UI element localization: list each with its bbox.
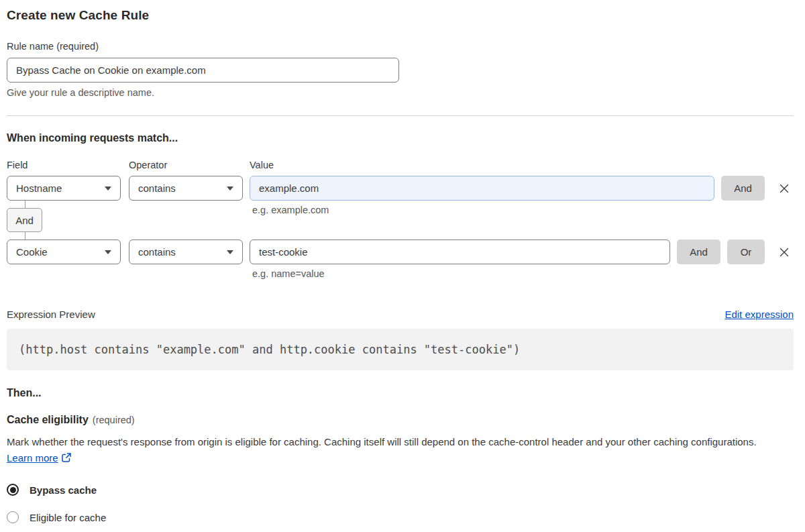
field-select-2[interactable]: Cookie	[7, 240, 121, 264]
cache-eligibility-heading: Cache eligibility(required)	[7, 414, 794, 426]
expression-preview-label: Expression Preview	[7, 309, 95, 320]
add-or-condition-button-2[interactable]: Or	[727, 240, 765, 264]
value-hint-2: e.g. name=value	[252, 268, 794, 279]
expression-preview-header: Expression Preview Edit expression	[7, 309, 794, 320]
add-and-condition-button-1[interactable]: And	[721, 176, 765, 201]
close-icon	[777, 246, 791, 259]
rule-name-label: Rule name (required)	[7, 41, 794, 52]
cache-eligibility-description: Mark whether the request's response from…	[7, 434, 785, 468]
radio-unselected-icon[interactable]	[7, 511, 19, 523]
value-column-label: Value	[250, 160, 794, 170]
operator-select-2[interactable]: contains	[129, 240, 243, 264]
radio-option-eligible-for-cache[interactable]: Eligible for cache	[7, 511, 794, 523]
condition-column-labels: Field Operator Value	[7, 160, 794, 170]
operator-select-1-value: contains	[138, 182, 176, 194]
radio-option-bypass-cache[interactable]: Bypass cache	[7, 484, 794, 496]
page-title: Create new Cache Rule	[7, 0, 794, 23]
value-input-1[interactable]	[250, 176, 714, 201]
remove-condition-1-button[interactable]	[777, 182, 792, 195]
remove-condition-2-button[interactable]	[777, 246, 792, 259]
create-cache-rule-page: Create new Cache Rule Rule name (require…	[7, 0, 794, 523]
chevron-down-icon	[227, 250, 233, 254]
external-link-icon	[61, 451, 72, 468]
condition-connector-zone: And e.g. example.com	[7, 201, 794, 240]
condition-row-2: Cookie contains And Or	[7, 240, 794, 264]
connector-and-toggle-button[interactable]: And	[7, 208, 42, 232]
close-icon	[777, 182, 791, 195]
edit-expression-link[interactable]: Edit expression	[724, 309, 794, 320]
condition-row-1: Hostname contains And	[7, 176, 794, 201]
value-input-2[interactable]	[250, 240, 670, 264]
cache-eligibility-title: Cache eligibility	[7, 414, 89, 425]
match-section-heading: When incoming requests match...	[7, 132, 794, 144]
rule-name-input[interactable]	[7, 58, 399, 83]
field-select-1-value: Hostname	[16, 182, 62, 194]
description-text: Mark whether the request's response from…	[7, 436, 757, 447]
chevron-down-icon	[105, 250, 111, 254]
radio-dot	[10, 487, 16, 493]
field-select-1[interactable]: Hostname	[7, 176, 121, 201]
radio-selected-icon[interactable]	[7, 484, 19, 496]
operator-select-1[interactable]: contains	[129, 176, 243, 201]
eligible-for-cache-label: Eligible for cache	[30, 512, 106, 523]
learn-more-link[interactable]: Learn more	[7, 452, 58, 464]
chevron-down-icon	[227, 187, 233, 191]
expression-preview-code: (http.host contains "example.com" and ht…	[7, 329, 794, 370]
rule-name-helper: Give your rule a descriptive name.	[7, 87, 794, 98]
required-note: (required)	[93, 415, 135, 425]
operator-select-2-value: contains	[138, 246, 176, 258]
field-column-label: Field	[7, 160, 129, 170]
then-section-heading: Then...	[7, 387, 794, 399]
add-and-condition-button-2[interactable]: And	[677, 240, 720, 264]
operator-column-label: Operator	[129, 160, 250, 170]
field-select-2-value: Cookie	[16, 246, 48, 258]
value-hint-1: e.g. example.com	[252, 205, 329, 215]
chevron-down-icon	[105, 187, 111, 191]
bypass-cache-label: Bypass cache	[30, 484, 97, 496]
section-divider	[7, 115, 794, 116]
